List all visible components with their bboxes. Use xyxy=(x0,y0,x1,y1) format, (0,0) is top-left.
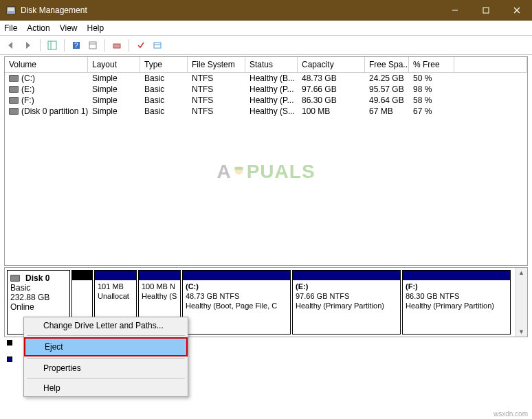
checkmark-icon[interactable] xyxy=(133,38,148,53)
svg-rect-16 xyxy=(235,167,243,170)
volume-layout: Simple xyxy=(88,95,140,106)
svg-rect-1 xyxy=(7,11,15,14)
volume-fs: NTFS xyxy=(188,73,245,84)
volume-type: Basic xyxy=(140,95,188,106)
watermark-logo: APUALS xyxy=(217,161,315,183)
menu-action[interactable]: Action xyxy=(27,23,49,33)
col-empty xyxy=(454,57,527,72)
col-layout[interactable]: Layout xyxy=(88,57,140,72)
volume-icon xyxy=(9,86,19,93)
volume-row[interactable]: (E:)SimpleBasicNTFSHealthy (P...97.66 GB… xyxy=(5,84,527,95)
col-volume[interactable]: Volume xyxy=(5,57,88,72)
partition-letter: (F:) xyxy=(406,282,507,292)
titlebar: Disk Management xyxy=(0,0,532,21)
volume-type: Basic xyxy=(140,84,188,95)
partition-size: 86.30 GB NTFS xyxy=(406,292,507,302)
menubar: File Action View Help xyxy=(0,21,532,36)
volume-status: Healthy (B... xyxy=(245,73,298,84)
menu-eject[interactable]: Eject xyxy=(24,337,188,356)
volume-status: Healthy (S... xyxy=(245,106,298,117)
partition-size: 48.73 GB NTFS xyxy=(186,292,287,302)
volume-name: (Disk 0 partition 1) xyxy=(21,106,88,116)
volume-cap: 97.66 GB xyxy=(298,84,365,95)
show-hide-tree-icon[interactable] xyxy=(45,38,60,53)
menu-change-drive-letter[interactable]: Change Drive Letter and Paths... xyxy=(24,317,188,334)
menu-properties[interactable]: Properties xyxy=(24,360,188,376)
volume-pct: 58 % xyxy=(409,95,454,106)
volume-free: 95.57 GB xyxy=(365,84,409,95)
volume-status: Healthy (P... xyxy=(245,84,298,95)
col-pctfree[interactable]: % Free xyxy=(409,57,454,72)
window-title: Disk Management xyxy=(21,5,439,15)
volume-type: Basic xyxy=(140,73,188,84)
partition-size: 97.66 GB NTFS xyxy=(296,292,397,302)
menu-separator xyxy=(27,358,185,359)
forward-button[interactable] xyxy=(21,38,36,53)
back-button[interactable] xyxy=(4,38,19,53)
disk-mgmt-icon xyxy=(5,5,16,16)
volume-list: Volume Layout Type File System Status Ca… xyxy=(4,56,528,266)
menu-help[interactable]: Help xyxy=(87,23,104,33)
maximize-button[interactable] xyxy=(470,0,501,21)
volume-row[interactable]: (Disk 0 partition 1)SimpleBasicNTFSHealt… xyxy=(5,106,527,117)
partition-letter: (C:) xyxy=(186,282,287,292)
volume-free: 24.25 GB xyxy=(365,73,409,84)
volume-layout: Simple xyxy=(88,84,140,95)
close-button[interactable] xyxy=(501,0,532,21)
volume-icon xyxy=(9,75,19,82)
volume-free: 49.64 GB xyxy=(365,95,409,106)
disk-icon xyxy=(10,275,20,282)
disk-type: Basic xyxy=(10,283,67,293)
svg-rect-3 xyxy=(483,8,489,13)
volume-name: (E:) xyxy=(21,84,34,94)
disk-size: 232.88 GB xyxy=(10,293,67,302)
svg-rect-6 xyxy=(48,41,56,49)
volume-cap: 100 MB xyxy=(298,106,365,117)
volume-cap: 48.73 GB xyxy=(298,73,365,84)
partition[interactable]: (E:)97.66 GB NTFSHealthy (Primary Partit… xyxy=(292,270,401,335)
toolbar: ? xyxy=(0,36,532,55)
legend-swatch-primary xyxy=(7,356,12,362)
col-filesystem[interactable]: File System xyxy=(188,57,245,72)
menu-view[interactable]: View xyxy=(60,23,78,33)
disk-name: Disk 0 xyxy=(25,273,49,283)
partition[interactable]: (F:)86.30 GB NTFSHealthy (Primary Partit… xyxy=(402,270,511,335)
volume-list-header: Volume Layout Type File System Status Ca… xyxy=(5,57,527,73)
volume-name: (C:) xyxy=(21,73,35,83)
volume-layout: Simple xyxy=(88,73,140,84)
volume-layout: Simple xyxy=(88,106,140,117)
col-status[interactable]: Status xyxy=(245,57,298,72)
volume-pct: 98 % xyxy=(409,84,454,95)
properties-icon[interactable] xyxy=(85,38,100,53)
vertical-scrollbar[interactable] xyxy=(516,268,527,337)
volume-row[interactable]: (F:)SimpleBasicNTFSHealthy (P...86.30 GB… xyxy=(5,95,527,106)
legend-swatch-unalloc xyxy=(7,340,12,346)
menu-separator xyxy=(27,378,185,378)
context-menu: Change Drive Letter and Paths... Eject P… xyxy=(23,317,188,380)
volume-free: 67 MB xyxy=(365,106,409,117)
menu-file[interactable]: File xyxy=(4,23,17,33)
list-icon[interactable] xyxy=(150,38,165,53)
volume-fs: NTFS xyxy=(188,84,245,95)
partition[interactable]: (C:)48.73 GB NTFSHealthy (Boot, Page Fil… xyxy=(182,270,291,335)
svg-rect-10 xyxy=(89,42,96,49)
volume-icon xyxy=(9,97,19,104)
volume-type: Basic xyxy=(140,106,188,117)
help-icon[interactable]: ? xyxy=(69,38,84,53)
partition-size: 101 MB xyxy=(98,282,133,292)
col-capacity[interactable]: Capacity xyxy=(298,57,365,72)
col-freespace[interactable]: Free Spa... xyxy=(365,57,409,72)
col-type[interactable]: Type xyxy=(140,57,188,72)
volume-pct: 67 % xyxy=(409,106,454,117)
partition-status: Unallocat xyxy=(98,292,133,302)
disk-state: Online xyxy=(10,302,67,312)
volume-row[interactable]: (C:)SimpleBasicNTFSHealthy (B...48.73 GB… xyxy=(5,73,527,84)
volume-fs: NTFS xyxy=(188,106,245,117)
minimize-button[interactable] xyxy=(439,0,470,21)
svg-text:?: ? xyxy=(74,42,78,49)
refresh-icon[interactable] xyxy=(109,38,124,53)
volume-status: Healthy (P... xyxy=(245,95,298,106)
partition-letter: (E:) xyxy=(296,282,397,292)
svg-rect-13 xyxy=(154,43,161,48)
volume-fs: NTFS xyxy=(188,95,245,106)
